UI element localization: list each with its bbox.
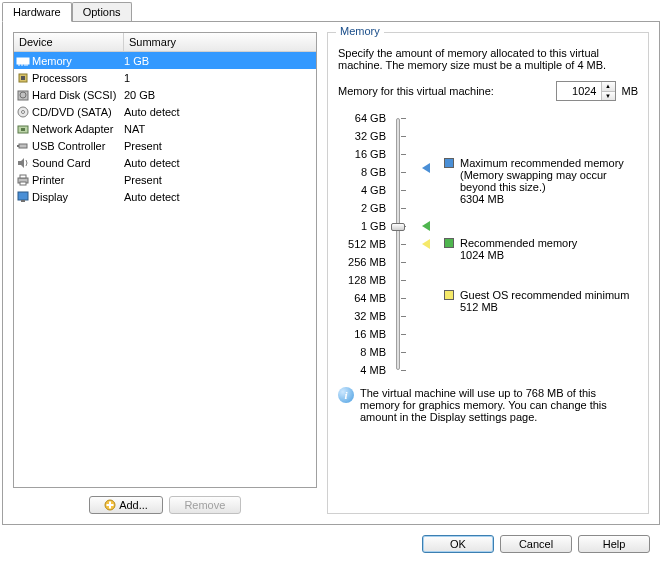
tick-label: 8 MB	[338, 345, 386, 359]
device-table: Device Summary Memory1 GBProcessors1Hard…	[13, 32, 317, 488]
tick-label: 16 GB	[338, 147, 386, 161]
device-name: Display	[32, 191, 68, 203]
spinner-up[interactable]: ▲	[602, 82, 615, 92]
col-summary[interactable]: Summary	[124, 33, 316, 51]
memory-spinner[interactable]: ▲ ▼	[556, 81, 616, 101]
slider-markers	[422, 111, 436, 377]
device-summary: Auto detect	[124, 106, 314, 118]
table-header: Device Summary	[14, 33, 316, 52]
tick-label: 8 GB	[338, 165, 386, 179]
group-title: Memory	[336, 25, 384, 37]
help-button[interactable]: Help	[578, 535, 650, 553]
svg-rect-18	[20, 182, 26, 185]
device-name: CD/DVD (SATA)	[32, 106, 112, 118]
add-button-label: Add...	[119, 499, 148, 511]
device-summary: 1	[124, 72, 314, 84]
device-name: Processors	[32, 72, 87, 84]
device-summary: Auto detect	[124, 191, 314, 203]
legend-max-value: 6304 MB	[460, 193, 638, 205]
memory-slider[interactable]	[394, 111, 414, 377]
cancel-button[interactable]: Cancel	[500, 535, 572, 553]
table-row[interactable]: Network AdapterNAT	[14, 120, 316, 137]
table-row[interactable]: Sound CardAuto detect	[14, 154, 316, 171]
svg-marker-15	[18, 158, 24, 168]
usb-icon	[16, 139, 30, 153]
tick-label: 1 GB	[338, 219, 386, 233]
device-summary: NAT	[124, 123, 314, 135]
memory-input[interactable]	[557, 82, 601, 100]
device-summary: 1 GB	[124, 55, 314, 67]
memory-unit: MB	[622, 85, 639, 97]
slider-ticks: 64 GB32 GB16 GB8 GB4 GB2 GB1 GB512 MB256…	[338, 111, 386, 377]
device-name: USB Controller	[32, 140, 105, 152]
marker-rec	[422, 221, 430, 231]
tick-label: 256 MB	[338, 255, 386, 269]
table-row[interactable]: DisplayAuto detect	[14, 188, 316, 205]
svg-rect-0	[17, 58, 29, 64]
table-row[interactable]: Processors1	[14, 69, 316, 86]
cpu-icon	[16, 71, 30, 85]
memory-description: Specify the amount of memory allocated t…	[338, 47, 638, 71]
legend-min-label: Guest OS recommended minimum	[460, 289, 629, 301]
tab-options[interactable]: Options	[72, 2, 132, 21]
svg-rect-14	[17, 145, 19, 147]
spinner-down[interactable]: ▼	[602, 92, 615, 101]
add-button[interactable]: Add...	[89, 496, 163, 514]
remove-button: Remove	[169, 496, 241, 514]
memory-group: Memory Specify the amount of memory allo…	[327, 32, 649, 514]
device-summary: Auto detect	[124, 157, 314, 169]
legend-rec-label: Recommended memory	[460, 237, 577, 249]
net-icon	[16, 122, 30, 136]
table-row[interactable]: CD/DVD (SATA)Auto detect	[14, 103, 316, 120]
table-row[interactable]: Hard Disk (SCSI)20 GB	[14, 86, 316, 103]
memory-input-label: Memory for this virtual machine:	[338, 85, 494, 97]
tick-label: 16 MB	[338, 327, 386, 341]
info-icon: i	[338, 387, 354, 403]
legend-rec-square	[444, 238, 454, 248]
svg-rect-13	[19, 144, 27, 148]
device-summary: Present	[124, 174, 314, 186]
legend-max-label: Maximum recommended memory	[460, 157, 638, 169]
ok-button[interactable]: OK	[422, 535, 494, 553]
info-text: The virtual machine will use up to 768 M…	[360, 387, 638, 423]
table-row[interactable]: Memory1 GB	[14, 52, 316, 69]
tick-label: 32 GB	[338, 129, 386, 143]
legend-max-note: (Memory swapping may occur beyond this s…	[460, 169, 638, 193]
marker-max	[422, 163, 430, 173]
svg-rect-6	[21, 76, 25, 80]
tick-label: 4 GB	[338, 183, 386, 197]
slider-legend: Maximum recommended memory (Memory swapp…	[444, 111, 638, 377]
legend-rec-value: 1024 MB	[460, 249, 577, 261]
tick-label: 4 MB	[338, 363, 386, 377]
tick-label: 32 MB	[338, 309, 386, 323]
legend-min-value: 512 MB	[460, 301, 629, 313]
tab-panel: Device Summary Memory1 GBProcessors1Hard…	[2, 21, 660, 525]
legend-min-square	[444, 290, 454, 300]
legend-max-square	[444, 158, 454, 168]
table-row[interactable]: USB ControllerPresent	[14, 137, 316, 154]
tab-hardware[interactable]: Hardware	[2, 2, 72, 22]
tick-label: 64 MB	[338, 291, 386, 305]
printer-icon	[16, 173, 30, 187]
tick-label: 2 GB	[338, 201, 386, 215]
svg-point-10	[22, 110, 25, 113]
svg-rect-12	[21, 128, 25, 131]
slider-thumb[interactable]	[391, 223, 405, 231]
svg-rect-20	[21, 200, 25, 202]
device-name: Hard Disk (SCSI)	[32, 89, 116, 101]
device-name: Sound Card	[32, 157, 91, 169]
tick-label: 64 GB	[338, 111, 386, 125]
device-name: Memory	[32, 55, 72, 67]
device-summary: 20 GB	[124, 89, 314, 101]
display-icon	[16, 190, 30, 204]
svg-rect-19	[18, 192, 28, 200]
svg-rect-17	[20, 175, 26, 178]
hdd-icon	[16, 88, 30, 102]
svg-rect-23	[107, 504, 114, 506]
col-device[interactable]: Device	[14, 33, 124, 51]
cd-icon	[16, 105, 30, 119]
sound-icon	[16, 156, 30, 170]
table-row[interactable]: PrinterPresent	[14, 171, 316, 188]
memory-icon	[16, 54, 30, 68]
device-summary: Present	[124, 140, 314, 152]
